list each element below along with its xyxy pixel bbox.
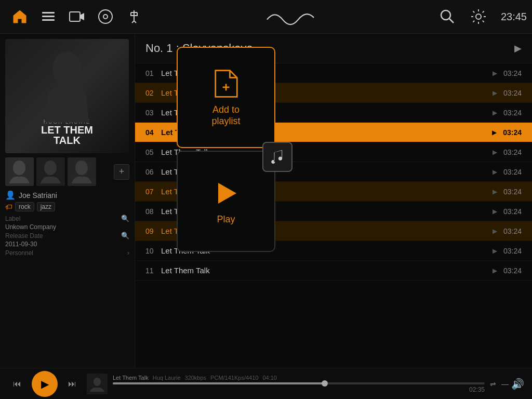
add-artist-button[interactable]: + (114, 164, 129, 180)
release-date-value: 2011-09-30 (5, 241, 37, 248)
track-play-icon: ▶ (493, 109, 497, 116)
artist-thumbnails: + (5, 157, 129, 186)
track-duration: 03:24 (503, 168, 522, 176)
play-context-label: Play (217, 214, 235, 225)
search-button[interactable] (433, 3, 462, 31)
track-number: 09 (145, 227, 161, 235)
track-play-icon: ▶ (493, 188, 497, 195)
personnel-row: Personnel › (5, 249, 129, 257)
album-name-overlay: LET THEM TALK (41, 125, 93, 145)
person-icon: 👤 (5, 190, 16, 200)
artist-thumb-3[interactable] (68, 157, 96, 186)
artist-thumb-1[interactable] (5, 157, 34, 186)
label-label: Label (5, 215, 20, 222)
company-row: Unkown Company (5, 223, 129, 231)
track-duration: 03:24 (503, 227, 522, 235)
add-to-playlist-button[interactable]: Add toplaylist (177, 47, 275, 148)
prev-button[interactable]: ⏮ (8, 375, 26, 393)
track-play-icon: ▶ (493, 208, 497, 215)
clock-display: 23:45 (501, 11, 527, 23)
play-context-button[interactable]: Play (177, 151, 275, 252)
svg-rect-1 (42, 16, 55, 17)
release-row: Release Date 🔍 (5, 232, 129, 240)
next-button[interactable]: ⏭ (63, 375, 82, 393)
progress-section: Let Them Talk Huq Laurie 320kbps PCM/141… (113, 375, 485, 393)
track-duration: 03:24 (503, 207, 522, 216)
music-note-icon (270, 149, 285, 165)
personnel-label: Personnel (5, 249, 33, 257)
track-number: 02 (145, 89, 161, 97)
track-duration: 03:24 (503, 69, 522, 77)
track-number: 11 (145, 267, 161, 275)
track-play-icon: ▶ (493, 149, 497, 156)
usb-button[interactable] (119, 3, 148, 31)
svg-point-11 (13, 161, 25, 175)
album-thumb-player (87, 374, 108, 394)
track-play-icon: ▶ (493, 89, 497, 97)
svg-point-17 (94, 378, 101, 386)
music-note-badge (262, 142, 292, 172)
time-display: 02:35 (113, 386, 485, 393)
add-to-playlist-label: Add toplaylist (211, 104, 240, 127)
player-track-title: Let Them Talk (113, 375, 149, 381)
volume-button[interactable]: 🔊 (511, 378, 524, 390)
repeat-button[interactable]: ⇌ (490, 380, 496, 388)
svg-rect-2 (42, 19, 55, 21)
track-number: 04 (145, 128, 161, 137)
artist-name-text: Joe Satriani (19, 191, 57, 200)
track-info-bottom: Let Them Talk Huq Laurie 320kbps PCM/141… (113, 375, 485, 381)
volume-section: — 🔊 (501, 378, 524, 390)
bottom-player-bar: ⏮ ▶ ⏭ Let Them Talk Huq Laurie 320kbps P… (0, 368, 532, 399)
volume-icon: — (501, 380, 509, 388)
search-small-icon[interactable]: 🔍 (121, 215, 129, 222)
personnel-more-icon[interactable]: › (127, 249, 129, 257)
tags-row: 🏷 rock jazz (5, 202, 129, 211)
add-to-playlist-icon (212, 68, 241, 99)
disc-button[interactable] (91, 3, 119, 31)
sidebar: HUGH LAURIE LET THEM TALK (0, 34, 135, 368)
play-pause-button[interactable]: ▶ (32, 371, 58, 397)
track-number: 01 (145, 69, 161, 77)
track-duration: 03:24 (503, 89, 522, 97)
progress-fill (113, 382, 325, 384)
home-button[interactable] (5, 3, 34, 31)
album-play-button[interactable]: ▶ (514, 43, 522, 54)
track-play-icon: ▶ (493, 168, 497, 176)
track-duration: 03:24 (503, 109, 522, 117)
track-duration: 03:24 (503, 267, 522, 275)
app-logo (148, 6, 433, 27)
svg-rect-3 (70, 12, 80, 21)
track-duration: 03:24 (503, 188, 522, 196)
top-bar-right: 23:45 (433, 3, 527, 31)
track-duration: 03:24 (503, 247, 522, 255)
video-button[interactable] (62, 3, 91, 31)
track-duration: 03:24 (503, 128, 522, 137)
track-play-icon: ▶ (493, 70, 497, 77)
album-art: HUGH LAURIE LET THEM TALK (5, 39, 129, 153)
context-menu: Add toplaylist Play (177, 47, 281, 255)
progress-bar[interactable] (113, 382, 485, 384)
track-play-icon: ▶ (492, 129, 497, 136)
artist-name-row: 👤 Joe Satriani (5, 190, 129, 200)
svg-line-7 (449, 19, 454, 23)
tag-jazz[interactable]: jazz (37, 202, 55, 211)
svg-point-4 (99, 10, 112, 23)
tag-rock[interactable]: rock (15, 202, 34, 211)
settings-button[interactable] (464, 3, 493, 31)
player-format: PCM/141Kps/4410 (210, 375, 258, 381)
track-row[interactable]: 11Let Them Talk▶03:24 (135, 261, 532, 281)
track-number: 05 (145, 148, 161, 156)
release-date-row: 2011-09-30 (5, 241, 129, 248)
tag-icon: 🏷 (5, 203, 12, 211)
company-value: Unkown Company (5, 223, 56, 231)
current-time: 02:35 (469, 386, 485, 393)
list-button[interactable] (34, 3, 62, 31)
progress-knob (322, 380, 328, 387)
player-artist: Huq Laurie (153, 375, 181, 381)
player-quality: 320kbps (185, 375, 207, 381)
track-number: 07 (145, 188, 161, 196)
search-release-icon[interactable]: 🔍 (121, 232, 129, 240)
track-number: 06 (145, 168, 161, 176)
svg-point-6 (441, 10, 450, 20)
artist-thumb-2[interactable] (36, 157, 65, 186)
